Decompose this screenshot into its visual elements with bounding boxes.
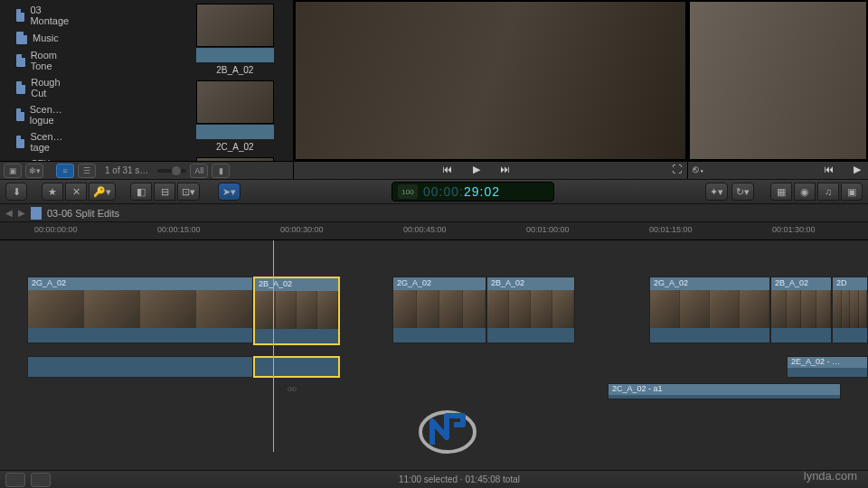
clip-thumb[interactable]: 2C_A_02 xyxy=(196,80,274,152)
sidebar-item-montage[interactable]: 03 Montage xyxy=(0,2,75,29)
timeline-video-clip[interactable]: 2G_A_02 xyxy=(392,277,486,343)
music-browser-button[interactable]: ♫ xyxy=(817,183,839,201)
clip-grid: 2B_A_02 2C_A_02 2D_A_02 2D_A_03 xyxy=(193,0,293,161)
fullscreen-button[interactable]: ⛶ xyxy=(665,164,687,178)
titles-browser-button[interactable]: ▣ xyxy=(841,183,863,201)
playhead[interactable] xyxy=(273,240,274,452)
event-sidebar: 03 Montage Music Room Tone Rough Cut Sce… xyxy=(0,0,75,161)
ruler-tick: 00:01:15:00 xyxy=(649,225,693,234)
project-icon xyxy=(16,9,24,22)
zoom-pct: 100 xyxy=(398,184,418,199)
timeline-video-clip[interactable]: 2G_A_02 xyxy=(649,277,770,343)
clip-count: 1 of 31 s… xyxy=(105,165,148,175)
project-icon xyxy=(16,54,25,67)
browser-toolbar: ▣ ✻▾ ≡ ☰ 1 of 31 s… All ▮ xyxy=(0,161,293,179)
event-viewer: ⏮ ▶ ⏭ ⛶ xyxy=(293,0,687,179)
insert-clip-button[interactable]: ⊟ xyxy=(154,183,175,201)
viewer-transport: ⎋▾ ⏮ ▶ xyxy=(688,161,868,179)
play-button[interactable]: ▶ xyxy=(466,164,487,178)
timeline-audio-clip[interactable]: 2C_A_02 - a1 xyxy=(608,383,841,399)
project-name: 03-06 Split Edits xyxy=(47,208,119,219)
history-fwd-button[interactable]: ▶ xyxy=(18,208,25,218)
ruler-tick: 00:00:15:00 xyxy=(157,225,201,234)
viewer-frame[interactable] xyxy=(296,2,685,159)
photos-browser-button[interactable]: ◉ xyxy=(794,183,816,201)
watermark-logo xyxy=(416,405,479,459)
select-tool-button[interactable]: ➤▾ xyxy=(218,183,241,201)
clip-appearance-button[interactable]: ▮ xyxy=(212,164,230,178)
time-ruler[interactable]: 00:00:00:0000:00:15:0000:00:30:0000:00:4… xyxy=(0,222,868,240)
selection-status: 11:00 selected · 01:45:08 total xyxy=(56,474,863,484)
play-button[interactable]: ▶ xyxy=(846,164,868,178)
effects-browser-button[interactable]: ▦ xyxy=(770,183,792,201)
timeline-video-clip[interactable]: 2G_A_02 xyxy=(27,277,253,343)
timeline-audio-clip[interactable] xyxy=(253,356,340,378)
favorite-button[interactable]: ★ xyxy=(42,183,63,201)
sidebar-item-music[interactable]: Music xyxy=(0,29,75,47)
sidebar-item-roomtone[interactable]: Room Tone xyxy=(0,47,75,74)
project-icon xyxy=(16,81,25,94)
ruler-tick: 00:01:00:00 xyxy=(526,225,570,234)
roll-edit-cursor-icon xyxy=(282,381,302,396)
append-clip-button[interactable]: ⊡▾ xyxy=(177,183,200,201)
hide-rejected-button[interactable]: ▣ xyxy=(4,164,22,178)
sidebar-item-roughcut[interactable]: Rough Cut xyxy=(0,74,75,101)
sidebar-item-scenlogue[interactable]: Scen…logue xyxy=(0,101,75,128)
viewer-transport: ⏮ ▶ ⏭ ⛶ xyxy=(294,161,687,179)
ruler-tick: 00:01:30:00 xyxy=(772,225,816,234)
clip-thumb[interactable]: 2B_A_02 xyxy=(196,4,274,75)
viewer-frame[interactable] xyxy=(690,2,866,159)
project-icon xyxy=(31,207,42,220)
timeline-video-clip[interactable]: 2D xyxy=(832,277,868,343)
media-browser: 03 Montage Music Room Tone Rough Cut Sce… xyxy=(0,0,293,179)
timeline-history-button[interactable] xyxy=(31,473,51,487)
keyword-button[interactable]: 🔑▾ xyxy=(89,183,116,201)
project-icon xyxy=(16,136,24,148)
secondary-viewer: ⎋▾ ⏮ ▶ xyxy=(687,0,868,179)
list-view-button[interactable]: ☰ xyxy=(78,164,96,178)
import-button[interactable]: ⬇ xyxy=(5,183,27,201)
timeline-video-clip[interactable]: 2B_A_02 xyxy=(770,277,832,343)
ruler-tick: 00:00:45:00 xyxy=(403,225,447,234)
timecode-digits: 00:00:29:02 xyxy=(423,184,500,199)
share-button[interactable]: ⎋▾ xyxy=(688,164,710,178)
sidebar-item-scentage[interactable]: Scen…tage xyxy=(0,128,75,155)
main-toolbar: ⬇ ★ ✕ 🔑▾ ◧ ⊟ ⊡▾ ➤▾ 100 00:00:29:02 ✦▾ ↻▾… xyxy=(0,179,868,204)
effects-button[interactable]: ✦▾ xyxy=(705,183,728,201)
timeline-footer: 11:00 selected · 01:45:08 total xyxy=(0,470,868,488)
filmstrip-view-button[interactable]: ≡ xyxy=(56,164,74,178)
ruler-tick: 00:00:30:00 xyxy=(280,225,324,234)
timeline-video-clip[interactable]: 2B_A_02 xyxy=(253,277,340,345)
reject-button[interactable]: ✕ xyxy=(65,183,87,201)
timeline-index-button[interactable] xyxy=(5,473,25,487)
thumbnail-size-slider[interactable] xyxy=(157,169,186,173)
settings-button[interactable]: ✻▾ xyxy=(25,164,43,178)
timecode-display[interactable]: 100 00:00:29:02 xyxy=(392,182,554,202)
timeline-video-clip[interactable]: 2B_A_02 xyxy=(486,277,575,343)
timeline-audio-clip[interactable] xyxy=(27,356,253,378)
retime-button[interactable]: ↻▾ xyxy=(731,183,754,201)
prev-edit-button[interactable]: ⏮ xyxy=(437,164,458,178)
watermark-text: lynda.com xyxy=(804,469,857,483)
ruler-tick: 00:00:00:00 xyxy=(34,225,78,234)
project-icon xyxy=(16,108,24,121)
filter-dropdown[interactable]: All xyxy=(190,164,208,178)
prev-edit-button[interactable]: ⏮ xyxy=(817,164,839,178)
next-edit-button[interactable]: ⏭ xyxy=(495,164,516,178)
history-back-button[interactable]: ◀ xyxy=(5,208,13,218)
project-icon xyxy=(16,32,27,44)
project-header: ◀ ▶ 03-06 Split Edits xyxy=(0,204,868,222)
timeline-audio-clip[interactable]: 2E_A_02 - … xyxy=(787,356,868,378)
connect-clip-button[interactable]: ◧ xyxy=(130,183,152,201)
